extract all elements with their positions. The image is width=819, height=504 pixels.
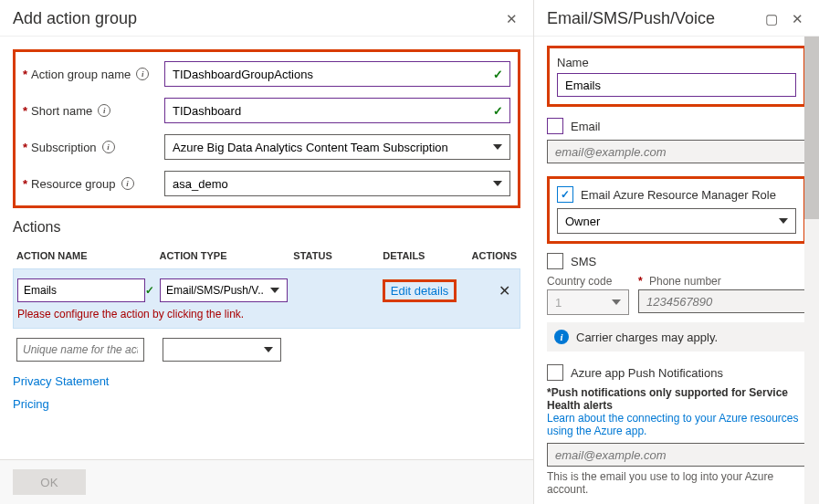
ok-button[interactable]: OK — [13, 469, 86, 495]
left-header: Add action group ✕ — [0, 0, 533, 37]
maximize-icon[interactable]: ▢ — [762, 10, 781, 28]
actions-heading: Actions — [13, 219, 520, 236]
required-mark: * — [23, 141, 27, 154]
resource-group-label: Resource group — [31, 177, 116, 191]
arm-role-option: Email Azure Resource Manager Role — [557, 186, 796, 203]
check-icon: ✓ — [493, 104, 503, 118]
col-actions: ACTIONS — [463, 250, 517, 261]
new-action-name-input[interactable] — [16, 338, 144, 362]
phone-label: Phone number — [649, 275, 721, 288]
short-name-label: Short name — [31, 104, 92, 118]
info-icon[interactable]: i — [136, 68, 149, 80]
subscription-select[interactable]: Azure Big Data Analytics Content Team Su… — [164, 134, 510, 160]
arm-role-highlight: Email Azure Resource Manager Role Owner — [547, 176, 806, 244]
left-title: Add action group — [13, 9, 495, 28]
name-input[interactable] — [557, 73, 796, 97]
info-icon[interactable]: i — [121, 177, 134, 190]
close-icon[interactable]: ✕ — [502, 10, 520, 28]
sms-label: SMS — [571, 255, 596, 268]
group-name-row: *Action group namei ✓ — [23, 61, 510, 87]
col-action-name: ACTION NAME — [16, 250, 160, 261]
push-email-input[interactable] — [547, 443, 806, 467]
info-icon[interactable]: i — [102, 141, 115, 153]
actions-table: ACTION NAME ACTION TYPE STATUS DETAILS A… — [13, 243, 520, 365]
left-body: *Action group namei ✓ *Short namei ✓ *Su… — [0, 37, 533, 459]
pricing-link[interactable]: Pricing — [13, 397, 520, 411]
action-name-input[interactable] — [17, 278, 145, 302]
info-icon[interactable]: i — [98, 104, 110, 117]
email-input[interactable] — [547, 140, 806, 163]
group-name-input[interactable] — [164, 61, 510, 87]
action-type-select[interactable]: Email/SMS/Push/V... — [160, 278, 288, 302]
check-icon: ✓ — [493, 68, 503, 81]
push-helper: This is the email you use to log into yo… — [547, 470, 806, 496]
short-name-input[interactable] — [164, 98, 510, 123]
sms-fields: Country code 1 * Phone number — [547, 275, 806, 315]
info-icon: i — [554, 330, 569, 344]
email-sms-push-voice-panel: Email/SMS/Push/Voice ▢ ✕ Name Email Emai… — [534, 0, 819, 504]
email-option: Email — [547, 118, 806, 134]
arm-role-label: Email Azure Resource Manager Role — [581, 188, 776, 202]
right-title: Email/SMS/Push/Voice — [547, 9, 755, 28]
group-name-label: Action group name — [31, 68, 131, 81]
push-option: Azure app Push Notifications — [547, 364, 806, 381]
new-action-type-select[interactable] — [163, 338, 281, 362]
privacy-link[interactable]: Privacy Statement — [13, 374, 520, 388]
col-action-type: ACTION TYPE — [160, 250, 294, 261]
subscription-row: *Subscriptioni Azure Big Data Analytics … — [23, 134, 510, 160]
remove-action-button[interactable]: ✕ — [499, 283, 516, 299]
resource-group-select[interactable]: asa_demo — [164, 171, 510, 196]
scroll-thumb[interactable] — [804, 37, 819, 219]
check-icon: ✓ — [145, 284, 154, 297]
required-mark: * — [23, 68, 27, 81]
short-name-row: *Short namei ✓ — [23, 98, 510, 123]
col-status: STATUS — [293, 250, 383, 261]
push-learn-link[interactable]: Learn about the connecting to your Azure… — [547, 412, 806, 437]
phone-input[interactable] — [638, 289, 806, 313]
right-header: Email/SMS/Push/Voice ▢ ✕ — [534, 0, 819, 37]
col-details: DETAILS — [383, 250, 463, 261]
push-note: *Push notifications only supported for S… — [547, 386, 806, 412]
required-mark: * — [23, 104, 27, 118]
table-header: ACTION NAME ACTION TYPE STATUS DETAILS A… — [13, 243, 520, 268]
arm-role-select[interactable]: Owner — [557, 208, 796, 234]
edit-details-link[interactable]: Edit details — [383, 279, 457, 302]
name-label: Name — [557, 56, 796, 69]
form-highlight: *Action group namei ✓ *Short namei ✓ *Su… — [13, 49, 520, 208]
close-icon[interactable]: ✕ — [788, 10, 806, 28]
configure-warning: Please configure the action by clicking … — [17, 308, 516, 320]
left-footer: OK — [0, 459, 533, 504]
arm-role-checkbox[interactable] — [557, 186, 573, 203]
push-label: Azure app Push Notifications — [571, 366, 723, 380]
add-action-group-panel: Add action group ✕ *Action group namei ✓… — [0, 0, 534, 504]
required-mark: * — [23, 177, 27, 191]
sms-checkbox[interactable] — [547, 253, 563, 269]
country-code-label: Country code — [547, 275, 629, 288]
carrier-info: i Carrier charges may apply. — [547, 322, 806, 352]
push-checkbox[interactable] — [547, 364, 563, 381]
subscription-label: Subscription — [31, 141, 97, 154]
table-row — [13, 334, 520, 365]
country-code-select[interactable]: 1 — [547, 289, 629, 315]
required-mark: * — [638, 275, 643, 288]
name-highlight: Name — [547, 46, 806, 107]
email-label: Email — [571, 120, 601, 133]
resource-group-row: *Resource groupi asa_demo — [23, 171, 510, 196]
scrollbar[interactable] — [804, 37, 819, 504]
table-row: ✓ Email/SMS/Push/V... Edit details ✕ Ple… — [13, 268, 520, 329]
sms-option: SMS — [547, 253, 806, 269]
carrier-text: Carrier charges may apply. — [576, 331, 718, 344]
email-checkbox[interactable] — [547, 118, 563, 134]
right-body: Name Email Email Azure Resource Manager … — [534, 37, 819, 504]
